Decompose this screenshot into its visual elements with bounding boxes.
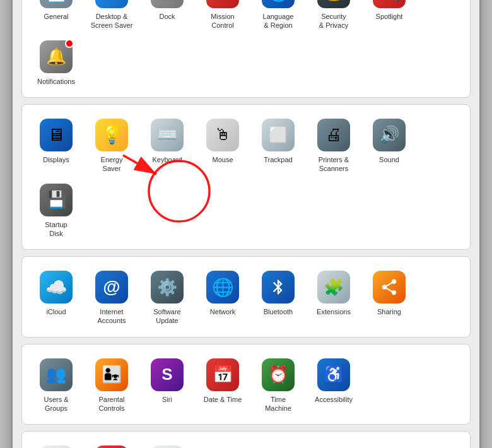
icon-label: Users &Groups xyxy=(44,395,68,413)
icons-grid-internet: ☁️ iCloud @ InternetAccounts xyxy=(28,266,464,331)
icon-startup-disk[interactable]: 💾 StartupDisk xyxy=(28,179,84,244)
icon-accessibility[interactable]: ♿ Accessibility xyxy=(306,353,361,418)
icon-keyboard[interactable]: ⌨️ Keyboard xyxy=(139,114,195,179)
icons-grid-other: 🖨 Dell 2155Color MFP ☕ Java xyxy=(28,440,464,448)
section-internet: ☁️ iCloud @ InternetAccounts xyxy=(21,256,471,338)
icon-label: Security& Privacy xyxy=(319,12,348,30)
icons-grid-hardware: 🖥 Displays 💡 EnergySaver xyxy=(28,114,464,243)
icon-label: iCloud xyxy=(46,307,66,316)
icons-grid-personal: 📄 General 🖥 Desktop &Screen Saver xyxy=(28,0,464,91)
icon-label: InternetAccounts xyxy=(97,307,126,326)
icon-siri[interactable]: S Siri xyxy=(139,353,195,418)
icon-label: Keyboard xyxy=(152,155,182,164)
icon-label: TimeMachine xyxy=(265,395,291,413)
icon-mouse[interactable]: 🖱 Mouse xyxy=(195,114,250,179)
icon-security-privacy[interactable]: 🔒 Security& Privacy xyxy=(306,0,361,35)
icon-label: Language& Region xyxy=(263,12,294,30)
icon-java[interactable]: ☕ Java xyxy=(84,440,139,448)
icon-spotlight[interactable]: 🔍 Spotlight xyxy=(361,0,417,35)
icon-parental-controls[interactable]: 👨‍👧 ParentalControls xyxy=(84,353,139,418)
icon-internet-accounts[interactable]: @ InternetAccounts xyxy=(84,266,139,331)
icon-label: Bluetooth xyxy=(264,307,293,316)
icon-label: Sharing xyxy=(377,307,401,316)
icon-energy-saver[interactable]: 💡 EnergySaver xyxy=(84,114,139,179)
icon-desktop[interactable]: 🖥 Desktop &Screen Saver xyxy=(84,0,139,35)
icon-icloud[interactable]: ☁️ iCloud xyxy=(28,266,84,331)
content-area: 📄 General 🖥 Desktop &Screen Saver xyxy=(13,0,479,448)
icon-label: General xyxy=(44,12,68,21)
icon-mission-control[interactable]: ⊞ MissionControl xyxy=(195,0,250,35)
section-system: 👥 Users &Groups 👨‍👧 ParentalControls xyxy=(21,344,471,425)
icon-label: SoftwareUpdate xyxy=(153,307,180,326)
icon-trackpad[interactable]: ⬜ Trackpad xyxy=(250,114,306,179)
section-other: 🖨 Dell 2155Color MFP ☕ Java xyxy=(21,431,471,448)
icon-sound[interactable]: 🔊 Sound xyxy=(361,114,417,179)
icon-steermouse[interactable]: 🖱 SteerMouse xyxy=(139,440,195,448)
icon-label: Mouse xyxy=(212,155,233,164)
icon-label: MissionControl xyxy=(211,12,234,30)
icon-date-time[interactable]: 📅 Date & Time xyxy=(195,353,250,418)
icon-label: Dock xyxy=(159,12,175,21)
icon-label: Spotlight xyxy=(376,12,403,21)
icon-label: Siri xyxy=(162,395,172,404)
icon-language[interactable]: 🌐 Language& Region xyxy=(250,0,306,35)
section-personal: 📄 General 🖥 Desktop &Screen Saver xyxy=(21,0,471,98)
icon-label: Displays xyxy=(43,155,69,164)
icon-label: Sound xyxy=(379,155,399,164)
icon-label: Network xyxy=(210,307,235,316)
icon-displays[interactable]: 🖥 Displays xyxy=(28,114,84,179)
system-preferences-window: ‹ › System Preferences 🔍 Search 📄 xyxy=(13,0,479,448)
icon-label: Printers &Scanners xyxy=(319,155,349,174)
icon-extensions[interactable]: 🧩 Extensions xyxy=(306,266,361,331)
icon-printers[interactable]: 🖨 Printers &Scanners xyxy=(306,114,361,179)
icon-dell-mfp[interactable]: 🖨 Dell 2155Color MFP xyxy=(28,440,84,448)
icon-label: Accessibility xyxy=(315,395,353,404)
icon-label: Desktop &Screen Saver xyxy=(91,12,133,30)
icon-general[interactable]: 📄 General xyxy=(28,0,84,35)
icon-dock[interactable]: ⬛ Dock xyxy=(139,0,195,35)
icon-time-machine[interactable]: ⏰ TimeMachine xyxy=(250,353,306,418)
icon-label: Trackpad xyxy=(264,155,292,164)
icon-software-update[interactable]: ⚙️ SoftwareUpdate xyxy=(139,266,195,331)
icon-network[interactable]: 🌐 Network xyxy=(195,266,250,331)
icon-label: StartupDisk xyxy=(45,220,67,239)
icon-notifications[interactable]: 🔔 Notifications xyxy=(28,35,84,91)
icon-label: Notifications xyxy=(37,77,75,86)
icon-sharing[interactable]: Sharing xyxy=(361,266,417,331)
section-hardware: 🖥 Displays 💡 EnergySaver xyxy=(21,104,471,250)
icon-label: Date & Time xyxy=(204,395,242,404)
icons-grid-system: 👥 Users &Groups 👨‍👧 ParentalControls xyxy=(28,353,464,418)
icon-bluetooth[interactable]: Bluetooth xyxy=(250,266,306,331)
icon-label: EnergySaver xyxy=(101,155,123,174)
icon-users-groups[interactable]: 👥 Users &Groups xyxy=(28,353,84,418)
icon-label: Extensions xyxy=(317,307,351,316)
icon-label: ParentalControls xyxy=(99,395,125,413)
